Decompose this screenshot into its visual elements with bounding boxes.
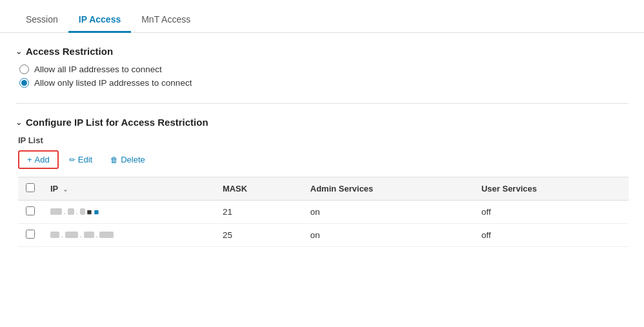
row1-ip-blurred: . . ■ ■ bbox=[50, 207, 99, 217]
tab-session[interactable]: Session bbox=[15, 8, 68, 33]
access-restriction-title: Access Restriction bbox=[26, 46, 113, 57]
edit-label: Edit bbox=[78, 155, 92, 164]
radio-allow-listed[interactable]: Allow only listed IP addresses to connec… bbox=[19, 78, 629, 88]
table-row: . . ■ ■ 21 on off bbox=[18, 201, 629, 224]
row1-checkbox-cell bbox=[18, 201, 43, 224]
radio-allow-listed-input[interactable] bbox=[19, 78, 29, 88]
col-admin-services: Admin Services bbox=[303, 177, 474, 201]
col-user-label: User Services bbox=[481, 184, 537, 193]
table-header-row: IP ⌄ MASK Admin Services User Services bbox=[18, 177, 629, 201]
radio-allow-listed-label: Allow only listed IP addresses to connec… bbox=[34, 78, 192, 88]
col-mask: MASK bbox=[215, 177, 303, 201]
row1-ip: . . ■ ■ bbox=[43, 201, 215, 224]
row1-admin-services: on bbox=[303, 201, 474, 224]
sort-arrow-icon: ⌄ bbox=[63, 186, 68, 193]
col-checkbox bbox=[18, 177, 43, 201]
table-row: . . . 25 on off bbox=[18, 224, 629, 247]
section-divider bbox=[15, 103, 629, 104]
ip-seg bbox=[99, 232, 114, 238]
row2-ip-blurred: . . . bbox=[50, 232, 114, 239]
ip-list-toolbar: + Add ✏ Edit 🗑 Delete bbox=[18, 150, 629, 169]
add-icon: + bbox=[27, 155, 32, 164]
row2-checkbox-cell bbox=[18, 224, 43, 247]
delete-label: Delete bbox=[121, 155, 145, 164]
radio-allow-all-input[interactable] bbox=[19, 64, 29, 74]
edit-icon: ✏ bbox=[69, 155, 75, 164]
access-restriction-section: ⌄ Access Restriction Allow all IP addres… bbox=[15, 46, 629, 88]
row2-checkbox[interactable] bbox=[26, 230, 35, 239]
ip-seg bbox=[84, 232, 94, 238]
add-label: Add bbox=[35, 155, 50, 164]
radio-group: Allow all IP addresses to connect Allow … bbox=[19, 64, 629, 88]
row1-mask: 21 bbox=[215, 201, 303, 224]
ip-list-section-title: Configure IP List for Access Restriction bbox=[26, 117, 208, 128]
col-user-services: User Services bbox=[474, 177, 629, 201]
ip-seg bbox=[50, 232, 59, 238]
radio-allow-all[interactable]: Allow all IP addresses to connect bbox=[19, 64, 629, 74]
delete-icon: 🗑 bbox=[110, 155, 118, 164]
col-admin-label: Admin Services bbox=[310, 184, 374, 193]
ip-list-section: ⌄ Configure IP List for Access Restricti… bbox=[15, 117, 629, 247]
ip-seg bbox=[50, 208, 62, 215]
ip-list-section-header[interactable]: ⌄ Configure IP List for Access Restricti… bbox=[15, 117, 629, 128]
row2-ip: . . . bbox=[43, 224, 215, 247]
ip-table: IP ⌄ MASK Admin Services User Services bbox=[18, 177, 629, 247]
row1-user-services: off bbox=[474, 201, 629, 224]
row2-admin-services: on bbox=[303, 224, 474, 247]
add-button[interactable]: + Add bbox=[18, 150, 59, 169]
row2-user-services: off bbox=[474, 224, 629, 247]
ip-seg bbox=[65, 232, 78, 238]
delete-button[interactable]: 🗑 Delete bbox=[103, 152, 153, 168]
chevron-icon: ⌄ bbox=[15, 47, 22, 56]
col-ip-label: IP bbox=[50, 184, 58, 193]
ip-list-chevron-icon: ⌄ bbox=[15, 118, 22, 127]
edit-button[interactable]: ✏ Edit bbox=[61, 152, 100, 168]
row1-checkbox[interactable] bbox=[26, 206, 35, 215]
access-restriction-header[interactable]: ⌄ Access Restriction bbox=[15, 46, 629, 57]
main-content: ⌄ Access Restriction Allow all IP addres… bbox=[0, 33, 644, 275]
radio-allow-all-label: Allow all IP addresses to connect bbox=[34, 64, 162, 74]
ip-list-label: IP List bbox=[18, 135, 629, 145]
tab-mnt-access[interactable]: MnT Access bbox=[131, 8, 201, 33]
tabs-bar: Session IP Access MnT Access bbox=[0, 0, 644, 33]
ip-seg bbox=[80, 208, 85, 215]
ip-seg bbox=[68, 208, 74, 215]
tab-ip-access[interactable]: IP Access bbox=[68, 8, 131, 33]
row2-mask: 25 bbox=[215, 224, 303, 247]
col-ip[interactable]: IP ⌄ bbox=[43, 177, 215, 201]
ip-list-section-body: IP List + Add ✏ Edit 🗑 Delete bbox=[15, 135, 629, 247]
select-all-checkbox[interactable] bbox=[26, 183, 35, 192]
access-restriction-body: Allow all IP addresses to connect Allow … bbox=[15, 64, 629, 88]
col-mask-label: MASK bbox=[223, 184, 247, 193]
